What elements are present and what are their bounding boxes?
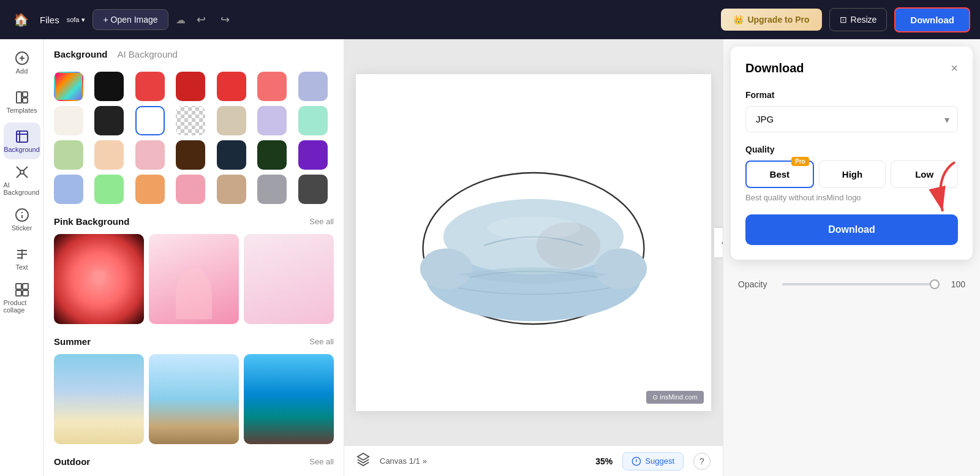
color-swatch-darkgreen[interactable] <box>257 140 287 170</box>
suggest-label: Suggest <box>645 456 674 466</box>
sidebar-item-add[interactable]: Add <box>4 44 40 81</box>
color-swatch-lightlav[interactable] <box>257 106 287 135</box>
filename-dropdown[interactable]: sofa ▾ <box>67 16 86 24</box>
quality-best-label: Best <box>770 169 790 179</box>
sidebar-item-sticker[interactable]: Sticker <box>4 201 40 238</box>
upgrade-button[interactable]: 👑 Upgrade to Pro <box>721 9 821 31</box>
undo-button[interactable]: ↩ <box>193 9 209 30</box>
quality-options: Pro Best High Low <box>745 161 958 188</box>
color-swatch-beige[interactable] <box>217 106 246 135</box>
filename-text: sofa <box>67 16 80 23</box>
color-swatch-tan[interactable] <box>217 175 246 204</box>
resize-label: Resize <box>851 15 877 25</box>
svg-rect-5 <box>23 98 28 103</box>
summer-thumb-2[interactable] <box>149 354 239 444</box>
summer-section-header: Summer See all <box>54 336 334 347</box>
watermark-text: ⊙ insMind.com <box>652 393 698 401</box>
sidebar-item-product-collage[interactable]: Product collage <box>4 279 40 316</box>
color-swatch-lavender[interactable] <box>298 72 328 101</box>
svg-rect-10 <box>23 284 28 289</box>
pink-thumb-2[interactable] <box>149 234 239 324</box>
text-icon <box>15 247 29 262</box>
color-grid <box>54 72 334 204</box>
dialog-close-button[interactable]: × <box>951 61 958 75</box>
svg-rect-3 <box>17 92 21 103</box>
open-image-label: + Open Image <box>103 15 157 25</box>
color-swatch-peach[interactable] <box>94 140 124 170</box>
suggest-icon <box>631 456 641 466</box>
color-swatch-purple[interactable] <box>298 140 328 170</box>
canvas-chevron: » <box>423 456 427 466</box>
color-swatch-darkblack[interactable] <box>94 106 124 135</box>
quality-best-button[interactable]: Pro Best <box>745 161 814 188</box>
right-panel: Download × Format JPG PNG WEBP ▾ Quality… <box>723 39 980 476</box>
sidebar-item-templates[interactable]: Templates <box>4 83 40 120</box>
filename-chevron: ▾ <box>81 16 85 24</box>
download-dialog: Download × Format JPG PNG WEBP ▾ Quality… <box>731 47 973 260</box>
quality-high-button[interactable]: High <box>819 161 886 188</box>
resize-button[interactable]: ⊡ Resize <box>829 8 888 31</box>
color-swatch-red3[interactable] <box>217 72 246 101</box>
canvas-container[interactable]: ⊙ insMind.com ‹ <box>344 39 723 445</box>
opacity-slider[interactable] <box>782 283 940 285</box>
color-swatch-transparent[interactable] <box>176 106 205 135</box>
open-image-button[interactable]: + Open Image <box>92 9 168 30</box>
summer-thumb-3[interactable] <box>244 354 334 444</box>
color-swatch-red1[interactable] <box>135 72 165 101</box>
quality-low-button[interactable]: Low <box>891 161 958 188</box>
format-select[interactable]: JPG PNG WEBP <box>745 106 958 132</box>
pink-see-all[interactable]: See all <box>309 217 334 226</box>
sidebar-icons: Add Templates Background AI Background <box>0 39 44 476</box>
summer-see-all[interactable]: See all <box>309 337 334 346</box>
redo-button[interactable]: ↪ <box>217 9 233 30</box>
top-download-button[interactable]: Download <box>894 7 970 32</box>
format-select-wrapper: JPG PNG WEBP ▾ <box>745 106 958 132</box>
help-button[interactable]: ? <box>693 453 710 470</box>
sidebar-item-text[interactable]: Text <box>4 240 40 277</box>
sidebar-item-background[interactable]: Background <box>4 123 40 159</box>
color-swatch-red2[interactable] <box>176 72 205 101</box>
color-swatch-lightblue2[interactable] <box>54 175 83 204</box>
color-swatch-salmon[interactable] <box>257 72 287 101</box>
svg-rect-9 <box>16 284 21 289</box>
color-swatch-darknavy[interactable] <box>217 140 246 170</box>
home-icon[interactable]: 🏠 <box>10 9 32 31</box>
download-main-button[interactable]: Download <box>745 214 958 245</box>
color-swatch-lightpink[interactable] <box>135 140 165 170</box>
summer-section-title: Summer <box>54 336 91 347</box>
files-label[interactable]: Files <box>40 15 59 25</box>
summer-thumb-1[interactable] <box>54 354 144 444</box>
color-swatch-cream[interactable] <box>54 106 83 135</box>
tab-ai-background[interactable]: AI Background <box>118 49 178 62</box>
opacity-row: Opacity 100 <box>738 279 965 289</box>
suggest-button[interactable]: Suggest <box>622 452 684 470</box>
color-swatch-rainbow[interactable] <box>54 72 83 101</box>
watermark: ⊙ insMind.com <box>646 391 704 404</box>
pink-thumb-1[interactable] <box>54 234 144 324</box>
outdoor-see-all[interactable]: See all <box>309 457 334 466</box>
color-swatch-gray[interactable] <box>257 175 287 204</box>
download-btn-container: Download <box>745 214 958 245</box>
sidebar-label-sticker: Sticker <box>12 224 32 232</box>
color-swatch-darkgray[interactable] <box>298 175 328 204</box>
pink-thumb-3[interactable] <box>244 234 334 324</box>
color-swatch-lightgreen[interactable] <box>54 140 83 170</box>
sidebar-label-add: Add <box>16 67 28 75</box>
svg-point-7 <box>20 170 24 174</box>
opacity-value: 100 <box>947 279 965 289</box>
layers-icon[interactable] <box>356 453 370 469</box>
canvas-footer: Canvas 1/1 » 35% Suggest ? <box>344 445 723 476</box>
opacity-section: Opacity 100 <box>723 267 980 301</box>
color-swatch-brown[interactable] <box>176 140 205 170</box>
tab-background[interactable]: Background <box>54 49 108 62</box>
color-swatch-mint[interactable] <box>298 106 328 135</box>
panel-toggle-button[interactable]: ‹ <box>714 228 723 257</box>
svg-point-19 <box>487 216 580 240</box>
color-swatch-pink2[interactable] <box>176 175 205 204</box>
color-swatch-orange[interactable] <box>135 175 165 204</box>
color-swatch-lightgreen2[interactable] <box>94 175 124 204</box>
sidebar-item-ai-background[interactable]: AI Background <box>4 162 40 198</box>
sidebar-label-templates: Templates <box>6 107 37 114</box>
color-swatch-white[interactable] <box>135 106 165 135</box>
color-swatch-black[interactable] <box>94 72 124 101</box>
